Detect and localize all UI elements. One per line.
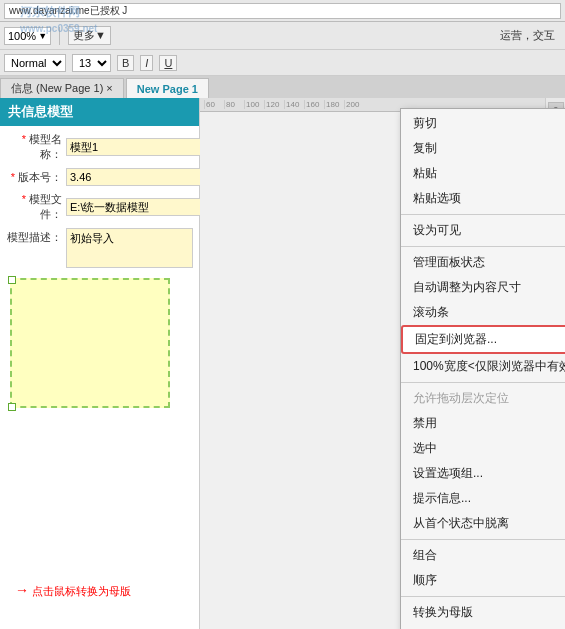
menu-disable[interactable]: 禁用	[401, 411, 565, 436]
zoom-arrow: ▼	[38, 31, 47, 41]
right-panel: 60 80 100 120 140 160 180 200 1 4 剪切	[200, 98, 565, 629]
tab-info[interactable]: 信息 (New Page 1) ×	[0, 78, 124, 98]
browser-bar: www.dayanzai.me已授权 J	[0, 0, 565, 22]
menu-allow-drag: 允许拖动层次定位	[401, 386, 565, 411]
label-version: * 版本号：	[6, 170, 66, 185]
yellow-dashed-box	[10, 278, 170, 408]
menu-paste-options[interactable]: 粘贴选项 ▶	[401, 186, 565, 211]
menu-order[interactable]: 顺序 ▶	[401, 568, 565, 593]
main-content: 共信息模型 * 模型名称： * 版本号： * 模型文件：	[0, 98, 565, 629]
form-row-description: 模型描述： 初始导入	[6, 228, 193, 268]
left-panel: 共信息模型 * 模型名称： * 版本号： * 模型文件：	[0, 98, 200, 629]
menu-pin-browser[interactable]: 固定到浏览器...	[401, 325, 565, 354]
menu-manage-panel[interactable]: 管理面板状态	[401, 250, 565, 275]
right-label-1: 运营，交互	[500, 28, 555, 43]
panel-title: 共信息模型	[8, 103, 73, 121]
bold-button[interactable]: B	[117, 55, 134, 71]
style-select[interactable]: Normal	[4, 54, 66, 72]
main-toolbar: 100% ▼ 更多▼ 运营，交互	[0, 22, 565, 50]
menu-paste[interactable]: 粘贴	[401, 161, 565, 186]
context-menu: 剪切 复制 粘贴 粘贴选项 ▶ 设为可见 管理面板状态	[400, 108, 565, 629]
menu-detach[interactable]: 从首个状态中脱离	[401, 511, 565, 536]
form-area: * 模型名称： * 版本号： * 模型文件： 模型描述：	[0, 126, 199, 280]
arrow-annotation: → 点击鼠标转换为母版	[15, 582, 131, 599]
url-text: www.dayanzai.me已授权 J	[9, 4, 127, 18]
menu-copy[interactable]: 复制	[401, 136, 565, 161]
form-row-model-file: * 模型文件：	[6, 192, 193, 222]
menu-convert-master[interactable]: 转换为母版	[401, 600, 565, 625]
label-description: 模型描述：	[6, 230, 66, 245]
zoom-value: 100%	[8, 30, 36, 42]
italic-button[interactable]: I	[140, 55, 153, 71]
ruler-mark: 140	[284, 100, 304, 109]
ruler-mark: 120	[264, 100, 284, 109]
resize-handle-tl[interactable]	[8, 276, 16, 284]
textarea-description[interactable]: 初始导入	[66, 228, 193, 268]
label-model-file: * 模型文件：	[6, 192, 66, 222]
menu-full-width[interactable]: 100%宽度<仅限浏览器中有效>	[401, 354, 565, 379]
menu-set-visible[interactable]: 设为可见	[401, 218, 565, 243]
form-row-version: * 版本号：	[6, 168, 193, 186]
underline-button[interactable]: U	[159, 55, 177, 71]
ruler-mark: 200	[344, 100, 364, 109]
form-row-model-name: * 模型名称：	[6, 132, 193, 162]
input-model-name[interactable]	[66, 138, 212, 156]
menu-tooltip[interactable]: 提示信息...	[401, 486, 565, 511]
separator-5	[401, 596, 565, 597]
menu-auto-size[interactable]: 自动调整为内容尺寸	[401, 275, 565, 300]
separator-2	[401, 246, 565, 247]
separator-4	[401, 539, 565, 540]
ruler-mark: 60	[204, 100, 224, 109]
panel-header: 共信息模型	[0, 98, 199, 126]
resize-handle-bl[interactable]	[8, 403, 16, 411]
ruler-mark: 80	[224, 100, 244, 109]
menu-group[interactable]: 组合 Ctrl+G	[401, 543, 565, 568]
size-select[interactable]: 13	[72, 54, 111, 72]
ruler-mark: 100	[244, 100, 264, 109]
ruler-mark: 160	[304, 100, 324, 109]
tabs-bar: 信息 (New Page 1) × New Page 1	[0, 76, 565, 98]
menu-scrollbar[interactable]: 滚动条 ▶	[401, 300, 565, 325]
ruler-marks: 60 80 100 120 140 160 180 200	[204, 100, 364, 109]
tab-newpage[interactable]: New Page 1	[126, 78, 209, 98]
format-toolbar: Normal 13 B I U	[0, 50, 565, 76]
browser-url: www.dayanzai.me已授权 J	[4, 3, 561, 19]
input-version[interactable]	[66, 168, 212, 186]
input-model-file[interactable]	[66, 198, 212, 216]
separator-1	[401, 214, 565, 215]
menu-convert-dynamic[interactable]: 转换为动态面板	[401, 625, 565, 629]
menu-set-options[interactable]: 设置选项组...	[401, 461, 565, 486]
annotation-text: 点击鼠标转换为母版	[32, 585, 131, 597]
ruler-mark: 180	[324, 100, 344, 109]
separator-3	[401, 382, 565, 383]
menu-select[interactable]: 选中	[401, 436, 565, 461]
label-model-name: * 模型名称：	[6, 132, 66, 162]
more-button[interactable]: 更多▼	[68, 26, 111, 45]
zoom-control[interactable]: 100% ▼	[4, 27, 51, 45]
menu-cut[interactable]: 剪切	[401, 111, 565, 136]
